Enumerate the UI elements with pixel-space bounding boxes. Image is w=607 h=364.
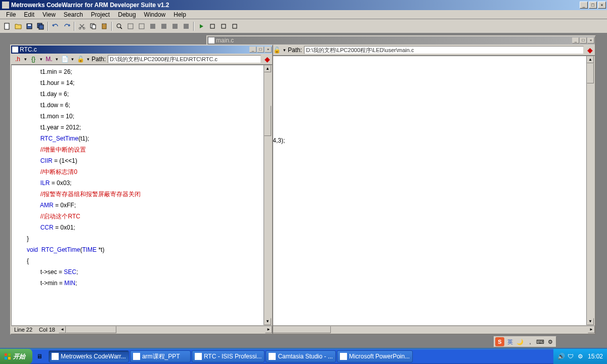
scroll-right-button[interactable]: ► — [588, 326, 595, 333]
ime-moon-icon[interactable]: 🌙 — [515, 337, 525, 346]
file-icon — [208, 37, 214, 43]
menu-edit[interactable]: Edit — [20, 11, 38, 19]
menu-help[interactable]: Help — [169, 11, 190, 19]
max-button[interactable]: □ — [580, 37, 587, 43]
window-title-rtc[interactable]: RTC.c _ □ × — [11, 46, 272, 54]
toolbar-icon-3[interactable] — [170, 21, 180, 31]
hscroll-thumb[interactable] — [66, 326, 116, 333]
svg-rect-19 — [222, 24, 226, 28]
min-button[interactable]: _ — [572, 37, 579, 43]
menu-search[interactable]: Search — [60, 11, 87, 19]
horizontal-scrollbar[interactable]: ◄ ► — [59, 326, 272, 334]
task-app-icon — [133, 353, 140, 360]
scroll-thumb[interactable] — [264, 106, 271, 136]
task-label: Camtasia Studio - ... — [278, 353, 333, 360]
tray-icon[interactable]: 🛡 — [568, 353, 575, 360]
menu-view[interactable]: View — [38, 11, 60, 19]
menubar: File Edit View Search Project Debug Wind… — [0, 10, 607, 19]
toolbar-icon-4[interactable] — [181, 21, 191, 31]
header-nav-icon[interactable]: .h — [13, 55, 22, 64]
modified-indicator-icon[interactable]: ◆ — [587, 46, 593, 54]
windows-logo-icon — [4, 353, 11, 360]
lang-toggle[interactable]: 英 — [505, 337, 514, 346]
scroll-down-button[interactable]: ▼ — [264, 318, 271, 325]
code-editor-rtc[interactable]: t1.min = 26; t1.hour = 14; t1.day = 6; t… — [12, 65, 264, 325]
close-button[interactable]: × — [265, 47, 272, 53]
new-file-icon[interactable] — [2, 21, 12, 31]
run-icon[interactable] — [196, 21, 206, 31]
task-button[interactable]: Metrowerks CodeWarr... — [49, 350, 129, 362]
language-bar[interactable]: S 英 🌙 , ⌨ ⚙ — [494, 336, 556, 347]
lock-icon[interactable]: 🔓 — [272, 46, 281, 55]
find-icon[interactable] — [114, 21, 124, 31]
scroll-down-button[interactable]: ▼ — [587, 318, 594, 325]
minimize-button[interactable]: _ — [580, 2, 588, 9]
redo-icon[interactable] — [62, 21, 72, 31]
task-button[interactable]: Camtasia Studio - ... — [266, 350, 336, 362]
toolbar-icon-5[interactable] — [219, 21, 229, 31]
toolbar-icon-2[interactable] — [159, 21, 169, 31]
main-toolbar — [0, 19, 607, 33]
copy-icon[interactable] — [88, 21, 98, 31]
tray-icon[interactable]: 🔊 — [557, 353, 565, 360]
editor-window-rtc[interactable]: RTC.c _ □ × .h▾ {}▾ M.▾ 📄▾ 🔓▾ Path: D:\我… — [10, 44, 273, 335]
start-button[interactable]: 开始 — [0, 349, 32, 364]
undo-icon[interactable] — [51, 21, 61, 31]
path-field-rtc[interactable]: D:\我的文档\LPC2000程序\LED\RTC\RTC.c — [108, 55, 261, 63]
svg-rect-12 — [128, 24, 133, 29]
editor-toolbar-rtc: .h▾ {}▾ M.▾ 📄▾ 🔓▾ Path: D:\我的文档\LPC2000程… — [11, 54, 272, 65]
toolbar-icon-1[interactable] — [148, 21, 158, 31]
toolbar-icon-6[interactable] — [230, 21, 240, 31]
maximize-button[interactable]: □ — [589, 2, 597, 9]
menu-window[interactable]: Window — [140, 11, 170, 19]
ime-icon[interactable]: S — [495, 337, 504, 346]
svg-rect-18 — [210, 24, 214, 28]
find-next-icon[interactable] — [125, 21, 136, 31]
replace-icon[interactable] — [137, 21, 147, 31]
task-label: Microsoft PowerPoin... — [349, 353, 410, 360]
debug-icon[interactable] — [207, 21, 218, 31]
ime-punct-icon[interactable]: , — [526, 337, 535, 346]
scroll-thumb[interactable] — [587, 63, 594, 83]
cut-icon[interactable] — [77, 21, 87, 31]
lock-icon[interactable]: 🔓 — [76, 55, 85, 64]
save-all-icon[interactable] — [35, 21, 46, 31]
task-button[interactable]: RTC - ISIS Professi... — [192, 350, 265, 362]
clock[interactable]: 15:02 — [588, 353, 603, 360]
show-desktop-icon[interactable]: 🖥 — [34, 351, 45, 362]
menu-file[interactable]: File — [2, 11, 20, 19]
ime-keyboard-icon[interactable]: ⌨ — [536, 337, 545, 346]
open-file-icon[interactable] — [13, 21, 23, 31]
marker-nav-icon[interactable]: M. — [45, 55, 54, 64]
vertical-scrollbar[interactable]: ▲ ▼ — [264, 65, 272, 325]
svg-rect-17 — [184, 24, 189, 29]
ime-settings-icon[interactable]: ⚙ — [546, 337, 555, 346]
vertical-scrollbar[interactable]: ▲ ▼ — [586, 56, 594, 325]
path-label: Path: — [288, 47, 302, 54]
svg-rect-20 — [233, 24, 237, 28]
svg-rect-15 — [161, 24, 166, 29]
max-button[interactable]: □ — [257, 47, 264, 53]
workspace: main.c _ □ × .h▾ {}▾ M.▾ 📄▾ 🔓▾ Path: D:\… — [0, 33, 607, 348]
path-field-main[interactable]: D:\我的文档\LPC2000程序\LED\user\main.c — [304, 46, 584, 54]
scroll-left-button[interactable]: ◄ — [59, 326, 66, 333]
close-button[interactable]: × — [587, 37, 594, 43]
menu-debug[interactable]: Debug — [114, 11, 140, 19]
task-button[interactable]: arm课程_PPT — [130, 350, 191, 362]
window-title-main[interactable]: main.c _ □ × — [207, 36, 595, 44]
doc-nav-icon[interactable]: 📄 — [60, 55, 69, 64]
min-button[interactable]: _ — [249, 47, 256, 53]
task-button[interactable]: Microsoft PowerPoin... — [337, 350, 413, 362]
tray-icon[interactable]: ⚙ — [578, 353, 585, 360]
scroll-right-button[interactable]: ► — [265, 326, 272, 333]
paste-icon[interactable] — [99, 21, 109, 31]
scroll-up-button[interactable]: ▲ — [587, 56, 594, 63]
system-tray: 🔊 🛡 ⚙ 15:02 — [553, 349, 607, 364]
modified-indicator-icon[interactable]: ◆ — [265, 55, 270, 63]
quick-launch: 🖥 — [32, 351, 47, 362]
save-icon[interactable] — [24, 21, 34, 31]
scroll-up-button[interactable]: ▲ — [264, 65, 271, 72]
braces-nav-icon[interactable]: {} — [29, 55, 38, 64]
menu-project[interactable]: Project — [87, 11, 114, 19]
close-button[interactable]: × — [598, 2, 606, 9]
